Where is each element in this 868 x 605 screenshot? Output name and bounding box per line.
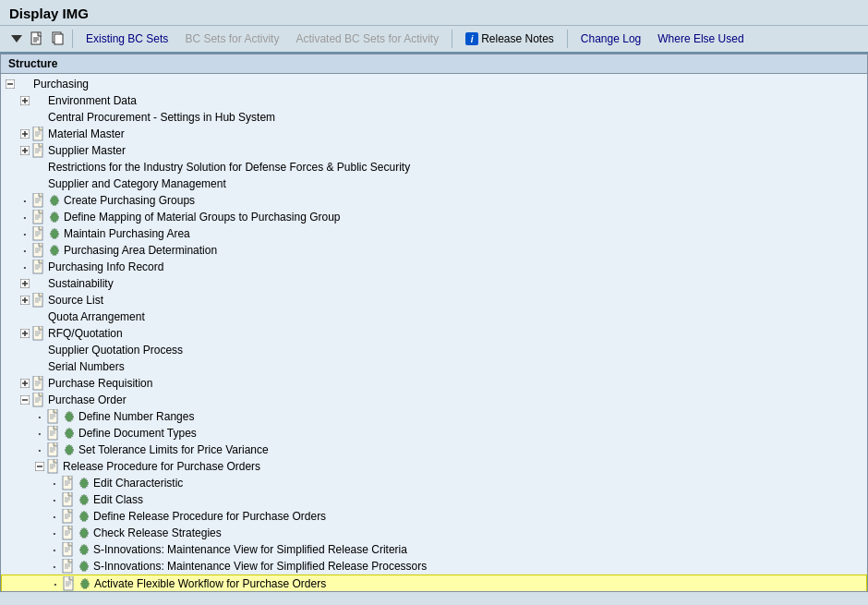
where-else-used-btn[interactable]: Where Else Used [650,30,751,47]
page-icon[interactable] [28,30,46,48]
tree-item-label: Serial Numbers [48,360,125,373]
doc-icon [32,127,45,141]
activated-bc-sets-btn: Activated BC Sets for Activity [288,30,446,47]
doc-icon [32,226,45,241]
tree-item[interactable]: Purchase Order [1,392,867,408]
change-log-btn[interactable]: Change Log [573,30,648,47]
tree-item[interactable]: • Set Tolerance Limits for Price Varianc… [1,442,867,458]
tree-item[interactable]: • Activate Flexible Workflow for Purchas… [1,575,867,592]
tree-item[interactable]: • Edit Characteristic [1,475,867,491]
tree-item[interactable]: • Purchasing Info Record [1,259,867,275]
tree-item-label: Define Number Ranges [78,410,194,423]
svg-rect-90 [48,442,57,456]
tree-item-label: Quota Arrangement [48,310,145,323]
dot-indicator: • [49,563,60,571]
toolbar-sep-1 [72,30,73,48]
gear-icon [48,227,61,240]
dot-indicator: • [34,430,45,438]
tree-item[interactable]: • Edit Class [1,491,867,508]
toolbar-sep-2 [452,30,452,48]
tree-item[interactable]: • S-Innovations: Maintenance View for Si… [1,541,867,558]
doc-icon [47,426,60,441]
tree-item[interactable]: Supplier Master [1,142,867,159]
tree-item-label: Edit Characteristic [93,477,183,490]
tree-item[interactable]: Central Procurement - Settings in Hub Sy… [1,109,867,126]
tree-item[interactable]: Purchase Requisition [1,375,867,392]
tree-item[interactable]: Source List [1,292,867,309]
doc-icon [47,442,60,457]
tree-item-label: Source List [48,294,103,307]
dot-indicator: • [49,529,60,538]
tree-item[interactable]: • Purchasing Area Determination [1,242,867,259]
tree-item[interactable]: • Check Release Strategies [1,525,867,541]
svg-rect-111 [63,509,72,523]
tree-item[interactable]: • Define Release Procedure for Purchase … [1,508,867,525]
tree-item-label: S-Innovations: Maintenance View for Simp… [93,560,427,573]
tree-item[interactable]: Serial Numbers [1,358,867,375]
info-icon: i [465,32,478,45]
gear-icon [78,526,90,539]
tree-item[interactable]: • Define Document Types [1,425,867,442]
title-bar: Display IMG [0,0,868,26]
tree-item[interactable]: • Define Number Ranges [1,408,867,425]
tree-item-label: Set Tolerance Limits for Price Variance [78,443,269,456]
tree-item[interactable]: • Maintain Purchasing Area [1,225,867,242]
tree-item[interactable]: Quota Arrangement [1,309,867,325]
svg-rect-97 [48,459,57,473]
collapse-btn[interactable] [19,394,30,405]
dot-indicator: • [34,413,45,421]
tree-item[interactable]: Sustainability [1,275,867,292]
expand-btn[interactable] [19,378,30,389]
dot-indicator: • [19,197,30,205]
toolbar-sep-3 [567,30,568,48]
release-notes-btn[interactable]: i Release Notes [458,30,561,47]
down-arrow-icon[interactable] [7,30,26,48]
tree-item[interactable]: • Define Mapping of Material Groups to P… [1,209,867,225]
expand-btn[interactable] [19,95,30,106]
tree-item-label: Release Procedure for Purchase Orders [63,460,260,473]
doc-icon [32,210,45,224]
svg-rect-126 [63,559,72,573]
tree-item[interactable]: • Create Purchasing Groups [1,192,867,209]
doc-icon [62,542,75,557]
structure-header: Structure [1,54,867,74]
expand-btn[interactable] [19,328,30,339]
expand-btn[interactable] [19,295,30,306]
gear-icon [48,211,61,224]
tree-item-label: Maintain Purchasing Area [64,227,190,240]
svg-rect-15 [33,127,42,140]
tree-item[interactable]: Supplier and Category Management [1,175,867,192]
tree-item[interactable]: Purchasing [1,76,867,92]
svg-rect-76 [33,393,42,406]
doc-icon [47,459,60,474]
tree-item[interactable]: • S-Innovations: Maintenance View for Si… [1,558,867,575]
svg-rect-106 [63,492,72,506]
toolbar: Existing BC Sets BC Sets for Activity Ac… [0,26,868,54]
doc-icon [32,193,45,208]
existing-bc-sets-btn[interactable]: Existing BC Sets [78,30,175,47]
tree-item-label: Purchasing Info Record [48,260,163,273]
copy-icon[interactable] [48,30,66,48]
tree-item-label: Supplier and Category Management [48,177,226,190]
svg-rect-80 [48,409,57,423]
tree-item[interactable]: RFQ/Quotation [1,325,867,342]
collapse-btn[interactable] [34,461,45,472]
dot-indicator: • [34,446,45,454]
gear-icon [78,493,90,506]
tree-item[interactable]: Restrictions for the Industry Solution f… [1,159,867,175]
tree-item-label: Activate Flexible Workflow for Purchase … [94,577,326,590]
expand-btn[interactable] [19,278,30,289]
gear-icon [63,427,76,440]
svg-rect-46 [33,260,42,273]
tree-item[interactable]: Supplier Quotation Process [1,342,867,358]
gear-icon [78,543,90,556]
collapse-btn[interactable] [5,79,16,90]
expand-btn[interactable] [19,145,30,156]
tree-item-label: S-Innovations: Maintenance View for Simp… [93,543,407,556]
tree-item[interactable]: Material Master [1,126,867,142]
tree-item-label: Supplier Master [48,144,126,157]
tree-item[interactable]: Environment Data [1,92,867,109]
gear-icon [48,194,61,207]
tree-item[interactable]: Release Procedure for Purchase Orders [1,458,867,475]
expand-btn[interactable] [19,128,30,139]
